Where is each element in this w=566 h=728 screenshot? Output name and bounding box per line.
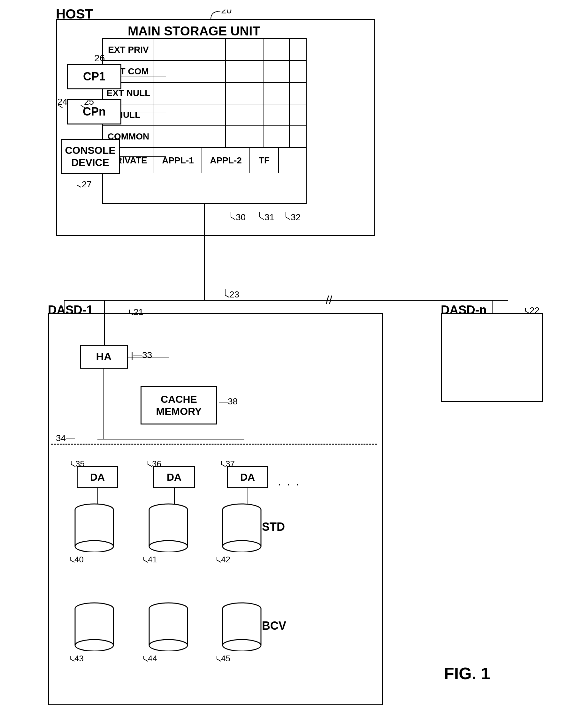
- cell-ext-null-3: [226, 83, 264, 104]
- cell-ext-com-3: [226, 61, 264, 82]
- ref-30: 30: [229, 211, 252, 222]
- svg-text:43: 43: [74, 654, 84, 663]
- svg-point-35: [75, 640, 113, 651]
- da2-box: DA: [153, 466, 195, 488]
- cell-tf: TF: [250, 148, 279, 173]
- cell-ext-priv-4: [264, 39, 290, 60]
- svg-text:27: 27: [82, 180, 92, 189]
- cell-common-3: [226, 126, 264, 147]
- cell-null-2: [154, 104, 226, 125]
- console-device-box: CONSOLEDEVICE: [61, 139, 120, 174]
- line-h-right: [428, 300, 508, 301]
- svg-point-25: [149, 541, 187, 552]
- svg-point-20: [75, 541, 113, 552]
- ref-27: 27: [75, 180, 101, 192]
- ref-41: 41: [142, 555, 164, 567]
- ref-44: 44: [142, 654, 164, 666]
- svg-text:—38: —38: [219, 397, 238, 406]
- svg-text:34—: 34—: [56, 434, 75, 443]
- da1-box: DA: [77, 466, 118, 488]
- ref-25: 25: [79, 99, 105, 111]
- cell-ext-priv-5: [290, 39, 306, 60]
- svg-text:32: 32: [291, 212, 301, 220]
- cell-common-5: [290, 126, 306, 147]
- cell-common-2: [154, 126, 226, 147]
- cache-memory-box: CACHEMEMORY: [140, 386, 217, 424]
- svg-text:45: 45: [221, 654, 230, 663]
- da3-box: DA: [227, 466, 268, 488]
- cell-null-5: [290, 104, 306, 125]
- ref-45: 45: [215, 654, 238, 666]
- svg-text:31: 31: [264, 212, 274, 220]
- storage-row-ext-null: EXT NULL: [103, 83, 306, 104]
- cell-ext-com-5: [290, 61, 306, 82]
- vert-storage-down: [204, 204, 205, 301]
- cell-null-4: [264, 104, 290, 125]
- svg-text:24: 24: [57, 99, 67, 107]
- svg-text:|—33: |—33: [131, 351, 152, 360]
- cell-common-4: [264, 126, 290, 147]
- ha-cache-line: [128, 357, 169, 357]
- ref-23: 23: [223, 287, 249, 301]
- cell-appl2: APPL-2: [202, 148, 250, 173]
- cell-ext-null-5: [290, 83, 306, 104]
- ha-box: HA: [80, 345, 128, 369]
- cell-ext-null-2: [154, 83, 226, 104]
- storage-row-null: NULL: [103, 104, 306, 126]
- storage-row-ext-priv: EXT PRIV: [103, 39, 306, 61]
- storage-row-common: COMMON: [103, 126, 306, 148]
- cell-null-3: [226, 104, 264, 125]
- line-console: [120, 156, 166, 157]
- cylinder-42: [221, 503, 262, 552]
- svg-text:20: 20: [221, 10, 231, 15]
- cell-ext-priv-3: [226, 39, 264, 60]
- cylinder-41: [147, 503, 189, 552]
- cell-ext-com-2: [154, 61, 226, 82]
- ref-40: 40: [69, 555, 91, 567]
- ref-24: 24: [57, 99, 82, 111]
- svg-text:30: 30: [236, 212, 245, 220]
- cell-ext-null-4: [264, 83, 290, 104]
- cell-ext-priv: EXT PRIV: [103, 39, 154, 60]
- storage-row-ext-com: EXT COM: [103, 61, 306, 83]
- line-h-left: [64, 300, 205, 301]
- storage-inner: EXT PRIV EXT COM EXT NULL NULL: [102, 38, 307, 204]
- storage-row-private: PRIVATE APPL-1 APPL-2 TF: [103, 148, 306, 173]
- main-storage-label: MAIN STORAGE UNIT: [128, 24, 260, 38]
- cylinder-43: [73, 602, 115, 651]
- ref-38: —38: [219, 397, 244, 409]
- cell-ext-priv-2: [154, 39, 226, 60]
- ref-26: 26: [94, 53, 105, 64]
- cell-appl1: APPL-1: [154, 148, 202, 173]
- break-mark: //: [326, 294, 332, 307]
- dasdn-box: [441, 313, 543, 402]
- cylinder-40: [73, 503, 115, 552]
- vert-to-dasdn: [492, 300, 493, 313]
- fig-label: FIG. 1: [444, 664, 490, 683]
- ref-32: 32: [284, 211, 307, 222]
- line-cpn: [121, 112, 166, 112]
- cell-private-rest: [279, 148, 306, 173]
- ha-v-line: [103, 369, 104, 439]
- svg-text:44: 44: [148, 654, 157, 663]
- svg-text:42: 42: [221, 555, 230, 564]
- svg-point-30: [222, 541, 261, 552]
- line-cp1: [121, 77, 166, 77]
- ref-42: 42: [215, 555, 238, 567]
- diagram: HOST 20 MAIN STORAGE UNIT EXT PRIV EXT C…: [0, 0, 566, 728]
- svg-text:41: 41: [148, 555, 157, 564]
- cylinder-44: [147, 602, 189, 651]
- dotted-separator: [51, 444, 377, 445]
- ref-31: 31: [258, 211, 280, 222]
- cylinder-45: [221, 602, 262, 651]
- ha-h-line: [97, 439, 244, 439]
- svg-text:23: 23: [229, 289, 239, 298]
- std-label: STD: [262, 520, 285, 534]
- vert-dasd1-up: [104, 300, 105, 345]
- ref-43: 43: [69, 654, 91, 666]
- dots-da: . . .: [278, 475, 300, 488]
- bcv-label: BCV: [262, 619, 286, 633]
- cell-ext-com-4: [264, 61, 290, 82]
- svg-text:25: 25: [84, 99, 94, 107]
- svg-text:40: 40: [74, 555, 84, 564]
